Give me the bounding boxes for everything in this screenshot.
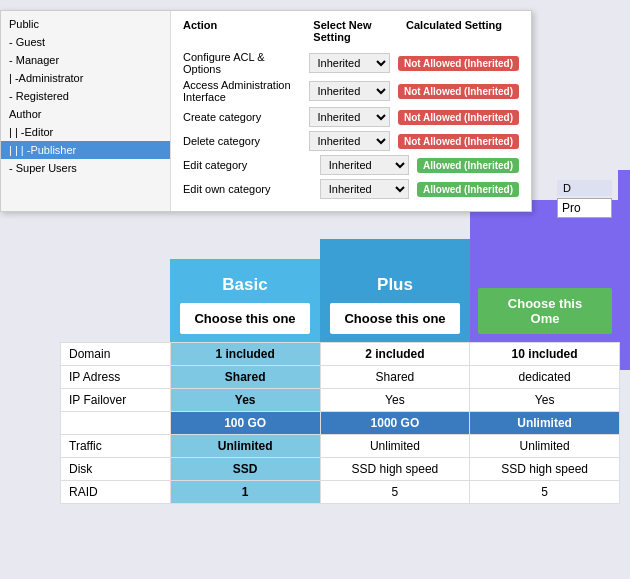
acl-badge-0: Not Allowed (Inherited) bbox=[398, 56, 519, 71]
table-row: RAID 1 5 5 bbox=[61, 481, 620, 504]
acl-badge-5: Allowed (Inherited) bbox=[417, 182, 519, 197]
row-pro-ipaddress: dedicated bbox=[470, 366, 620, 389]
pro-text-input[interactable] bbox=[557, 198, 612, 218]
acl-badge-3: Not Allowed (Inherited) bbox=[398, 134, 519, 149]
row-plus-disk: SSD high speed bbox=[320, 458, 470, 481]
table-row: IP Failover Yes Yes Yes bbox=[61, 389, 620, 412]
row-plus-raid: 5 bbox=[320, 481, 470, 504]
row-label-disk: Disk bbox=[61, 458, 171, 481]
row-label-traffic: Traffic bbox=[61, 435, 171, 458]
acl-label-4: Edit category bbox=[183, 159, 312, 171]
acl-row-2: Create category Inherited Not Allowed (I… bbox=[183, 107, 519, 127]
sidebar-item-publisher[interactable]: | | | -Publisher bbox=[1, 141, 170, 159]
plus-plan-header: Plus Choose this one bbox=[320, 239, 470, 342]
pricing-data-table: Domain 1 included 2 included 10 included… bbox=[60, 342, 620, 504]
row-basic-disk: SSD bbox=[170, 458, 320, 481]
row-basic-raid: 1 bbox=[170, 481, 320, 504]
plus-plan-name: Plus bbox=[377, 275, 413, 294]
row-pro-ipfailover: Yes bbox=[470, 389, 620, 412]
sidebar-item-manager[interactable]: - Manager bbox=[1, 51, 170, 69]
sidebar-item-guest[interactable]: - Guest bbox=[1, 33, 170, 51]
acl-dropdown-3[interactable]: Inherited bbox=[309, 131, 390, 151]
plan-headers: Basic Choose this one Plus Choose this o… bbox=[60, 200, 620, 342]
acl-panel: Public - Guest - Manager | -Administrato… bbox=[0, 10, 532, 212]
acl-sidebar: Public - Guest - Manager | -Administrato… bbox=[1, 11, 171, 211]
row-basic-traffic: Unlimited bbox=[170, 435, 320, 458]
sidebar-item-author[interactable]: Author bbox=[1, 105, 170, 123]
acl-row-0: Configure ACL & Options Inherited Not Al… bbox=[183, 51, 519, 75]
table-row: Domain 1 included 2 included 10 included bbox=[61, 343, 620, 366]
acl-label-3: Delete category bbox=[183, 135, 301, 147]
row-pro-disk: SSD high speed bbox=[470, 458, 620, 481]
acl-row-3: Delete category Inherited Not Allowed (I… bbox=[183, 131, 519, 151]
acl-main: Action Select New Setting Calculated Set… bbox=[171, 11, 531, 211]
row-basic-ipaddress: Shared bbox=[170, 366, 320, 389]
plus-choose-button[interactable]: Choose this one bbox=[330, 303, 459, 334]
basic-plan-name: Basic bbox=[222, 275, 267, 294]
row-basic-storage: 100 GO bbox=[170, 412, 320, 435]
column-action: Action bbox=[183, 19, 305, 43]
pro-plan-header: Choose this Ome bbox=[470, 200, 620, 342]
acl-select-0[interactable]: Inherited bbox=[309, 53, 390, 73]
row-pro-raid: 5 bbox=[470, 481, 620, 504]
sidebar-item-registered[interactable]: - Registered bbox=[1, 87, 170, 105]
row-plus-ipaddress: Shared bbox=[320, 366, 470, 389]
acl-select-3[interactable]: Inherited bbox=[309, 131, 390, 151]
sidebar-item-public[interactable]: Public bbox=[1, 15, 170, 33]
acl-select-2[interactable]: Inherited bbox=[309, 107, 390, 127]
table-row: Storage 100 GO 1000 GO Unlimited bbox=[61, 412, 620, 435]
row-basic-ipfailover: Yes bbox=[170, 389, 320, 412]
column-calculated: Calculated Setting bbox=[406, 19, 519, 43]
sidebar-item-editor[interactable]: | | -Editor bbox=[1, 123, 170, 141]
acl-label-0: Configure ACL & Options bbox=[183, 51, 301, 75]
acl-row-5: Edit own category Inherited Allowed (Inh… bbox=[183, 179, 519, 199]
basic-choose-button[interactable]: Choose this one bbox=[180, 303, 309, 334]
acl-label-2: Create category bbox=[183, 111, 301, 123]
row-pro-domain: 10 included bbox=[470, 343, 620, 366]
pro-choose-button[interactable]: Choose this Ome bbox=[478, 288, 612, 334]
acl-dropdown-0[interactable]: Inherited bbox=[309, 53, 390, 73]
row-plus-storage: 1000 GO bbox=[320, 412, 470, 435]
acl-label-5: Edit own category bbox=[183, 183, 312, 195]
acl-badge-1: Not Allowed (Inherited) bbox=[398, 84, 519, 99]
row-basic-domain: 1 included bbox=[170, 343, 320, 366]
row-label-storage: Storage bbox=[61, 412, 171, 435]
sidebar-item-administrator[interactable]: | -Administrator bbox=[1, 69, 170, 87]
table-row: Disk SSD SSD high speed SSD high speed bbox=[61, 458, 620, 481]
pricing-section: Basic Choose this one Plus Choose this o… bbox=[60, 200, 620, 504]
acl-badge-4: Allowed (Inherited) bbox=[417, 158, 519, 173]
basic-plan-header: Basic Choose this one bbox=[170, 259, 320, 342]
acl-dropdown-4[interactable]: Inherited bbox=[320, 155, 409, 175]
acl-dropdown-1[interactable]: Inherited bbox=[309, 81, 390, 101]
sidebar-item-superusers[interactable]: - Super Users bbox=[1, 159, 170, 177]
acl-select-1[interactable]: Inherited bbox=[309, 81, 390, 101]
row-plus-ipfailover: Yes bbox=[320, 389, 470, 412]
column-select: Select New Setting bbox=[313, 19, 398, 43]
row-label-raid: RAID bbox=[61, 481, 171, 504]
row-label-ipfailover: IP Failover bbox=[61, 389, 171, 412]
acl-label-1: Access Administration Interface bbox=[183, 79, 301, 103]
acl-select-4[interactable]: Inherited bbox=[320, 155, 409, 175]
row-label-domain: Domain bbox=[61, 343, 171, 366]
acl-dropdown-5[interactable]: Inherited bbox=[320, 179, 409, 199]
pro-input-area: D bbox=[557, 180, 612, 218]
acl-row-1: Access Administration Interface Inherite… bbox=[183, 79, 519, 103]
table-row: IP Adress Shared Shared dedicated bbox=[61, 366, 620, 389]
acl-header: Action Select New Setting Calculated Set… bbox=[183, 19, 519, 43]
pro-input-label: D bbox=[557, 180, 612, 196]
row-pro-traffic: Unlimited bbox=[470, 435, 620, 458]
row-plus-traffic: Unlimited bbox=[320, 435, 470, 458]
row-plus-domain: 2 included bbox=[320, 343, 470, 366]
acl-dropdown-2[interactable]: Inherited bbox=[309, 107, 390, 127]
acl-badge-2: Not Allowed (Inherited) bbox=[398, 110, 519, 125]
acl-select-5[interactable]: Inherited bbox=[320, 179, 409, 199]
row-label-ipaddress: IP Adress bbox=[61, 366, 171, 389]
row-pro-storage: Unlimited bbox=[470, 412, 620, 435]
acl-row-4: Edit category Inherited Allowed (Inherit… bbox=[183, 155, 519, 175]
table-row: Traffic Unlimited Unlimited Unlimited bbox=[61, 435, 620, 458]
